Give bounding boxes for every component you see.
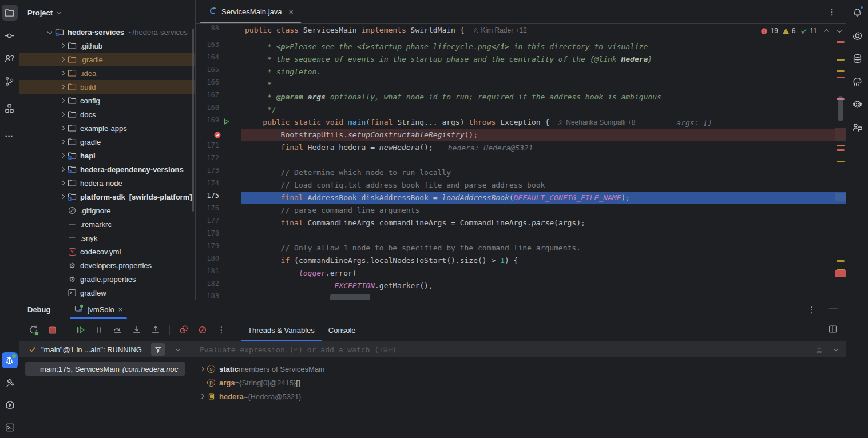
- code-text[interactable]: */: [241, 103, 846, 116]
- stripe-block-mark[interactable]: [835, 270, 846, 277]
- tree-chevron-icon[interactable]: [60, 181, 65, 185]
- code-line-178[interactable]: 178: [196, 229, 846, 242]
- code-area[interactable]: 163 * <p>Please see the <i>startup-phase…: [196, 38, 846, 299]
- code-line-183[interactable]: 183: [196, 292, 846, 300]
- code-text[interactable]: // Only allow 1 node to be specified by …: [241, 242, 846, 254]
- code-text[interactable]: * @param args optionally, what node id t…: [241, 91, 846, 103]
- debugger-tab-threads-variables[interactable]: Threads & Variables: [241, 319, 322, 341]
- editor-options-kebab-icon[interactable]: ⋮: [827, 7, 837, 17]
- close-tab-icon[interactable]: ×: [289, 7, 294, 17]
- tree-item-gradlew[interactable]: gradlew: [19, 286, 195, 300]
- gutter[interactable]: 168: [196, 103, 241, 116]
- tree-item-gradle-properties[interactable]: ⚙gradle.properties: [19, 272, 195, 286]
- code-line-88[interactable]: 88public class ServicesMain implements S…: [196, 24, 527, 37]
- code-line-169[interactable]: 169 public static void main(final String…: [196, 116, 846, 129]
- tree-chevron-icon[interactable]: [60, 153, 65, 158]
- debug-tool-button[interactable]: [2, 352, 18, 368]
- inspections-widget[interactable]: !19611: [760, 24, 841, 38]
- author-annotation[interactable]: Kim Rader +12: [473, 26, 527, 34]
- code-line-173[interactable]: 173 // Determine which node to run local…: [196, 166, 846, 179]
- tree-item-codecov-yml[interactable]: Ycodecov.yml: [19, 245, 195, 258]
- code-line-181[interactable]: 181 logger.error(: [196, 267, 846, 280]
- more-actions-kebab-icon[interactable]: ⋮: [215, 323, 228, 337]
- stripe-block-mark[interactable]: [835, 193, 846, 201]
- tree-item-platform-sdk[interactable]: platform-sdk[swirlds-platform]: [19, 190, 195, 204]
- services-tool-button[interactable]: [2, 397, 18, 413]
- code-text[interactable]: final AddressBook diskAddressBook = load…: [241, 192, 846, 204]
- tree-chevron-icon[interactable]: [60, 167, 65, 172]
- code-line-182[interactable]: 182 EXCEPTION.getMarker(),: [196, 280, 846, 292]
- evaluate-expand-chevron-icon[interactable]: [834, 346, 838, 351]
- notifications-tool-button[interactable]: [849, 5, 865, 21]
- thread-dropdown-chevron-icon[interactable]: [176, 347, 180, 351]
- structure-tool-button[interactable]: [2, 100, 18, 116]
- gutter[interactable]: 166: [196, 78, 241, 91]
- code-text[interactable]: * the sequence of events in the startup …: [241, 53, 846, 66]
- tree-chevron-icon[interactable]: [60, 43, 65, 48]
- gutter[interactable]: 167: [196, 91, 241, 103]
- tree-item--snyk[interactable]: .snyk: [19, 231, 195, 245]
- code-line-179[interactable]: 179 // Only allow 1 node to be specified…: [196, 242, 846, 254]
- more-tool-button[interactable]: …: [2, 125, 18, 141]
- stripe-mark[interactable]: [837, 70, 845, 72]
- tree-item--remarkrc[interactable]: .remarkrc: [19, 217, 195, 231]
- terminal-tool-button[interactable]: [2, 419, 18, 435]
- gutter[interactable]: [196, 129, 241, 141]
- filter-frames-button[interactable]: [151, 343, 165, 356]
- code-line-174[interactable]: 174 // Load config.txt address book file…: [196, 179, 846, 192]
- tree-chevron-icon[interactable]: [60, 140, 65, 144]
- code-line-172[interactable]: 172: [196, 154, 846, 166]
- expand-chevron-icon[interactable]: [200, 394, 204, 399]
- tree-item-hedera-dependency-versions[interactable]: hedera-dependency-versions: [19, 162, 195, 176]
- tab-servicesmain-java[interactable]: ServicesMain.java ×: [200, 0, 301, 23]
- run-main-icon[interactable]: [223, 118, 230, 127]
- close-session-icon[interactable]: ×: [118, 305, 123, 314]
- vcs-tool-button[interactable]: [2, 73, 18, 89]
- stripe-mark[interactable]: [837, 98, 845, 100]
- variable-row-static[interactable]: sstatic members of ServicesMain: [189, 362, 846, 376]
- ai-assistant-tool-button[interactable]: [849, 27, 865, 43]
- code-text[interactable]: EXCEPTION.getMarker(),: [241, 280, 846, 292]
- tree-item-example-apps[interactable]: example-apps: [19, 121, 195, 135]
- error-count[interactable]: !19: [760, 27, 778, 35]
- step-out-button[interactable]: [149, 323, 162, 337]
- hide-panel-icon[interactable]: —: [829, 302, 838, 313]
- error-stripe[interactable]: [835, 25, 846, 300]
- code-text[interactable]: [241, 292, 846, 300]
- tree-item--gradle[interactable]: .gradle: [19, 53, 195, 66]
- code-text[interactable]: final CommandLineArgs commandLineArgs = …: [241, 217, 846, 229]
- code-text[interactable]: // Determine which node to run locally: [241, 166, 846, 179]
- project-tool-button[interactable]: [2, 5, 18, 21]
- sticky-line[interactable]: 88public class ServicesMain implements S…: [196, 24, 846, 38]
- evaluate-expression-row[interactable]: Evaluate expression (⏎) or add a watch (…: [189, 341, 846, 357]
- stripe-mark[interactable]: [837, 77, 845, 78]
- code-text[interactable]: [241, 229, 846, 242]
- gutter[interactable]: 174: [196, 179, 241, 192]
- debug-session-tab[interactable]: jvmSolo ×: [70, 300, 127, 319]
- tree-item-hedera-node[interactable]: hedera-node: [19, 176, 195, 190]
- tree-chevron-icon[interactable]: [60, 85, 65, 89]
- tree-item-build[interactable]: build: [19, 80, 195, 94]
- tree-item--gitignore[interactable]: .gitignore: [19, 204, 195, 217]
- code-line-163[interactable]: 163 * <p>Please see the <i>startup-phase…: [196, 41, 846, 53]
- code-text[interactable]: *: [241, 78, 846, 91]
- code-text[interactable]: public class ServicesMain implements Swi…: [241, 24, 527, 37]
- author-annotation[interactable]: Neeharika Sompalli +8: [557, 118, 635, 126]
- step-into-button[interactable]: [130, 323, 144, 337]
- tree-item-config[interactable]: config: [19, 94, 195, 107]
- mute-breakpoints-button[interactable]: [196, 323, 209, 337]
- tree-item-gradle[interactable]: gradle: [19, 135, 195, 149]
- stripe-mark[interactable]: [837, 41, 845, 43]
- code-text[interactable]: logger.error(: [241, 267, 846, 280]
- stripe-block-mark[interactable]: [835, 128, 846, 141]
- layout-settings-icon[interactable]: [828, 324, 838, 336]
- code-line-166[interactable]: 166 *: [196, 78, 846, 91]
- gutter[interactable]: 164: [196, 53, 241, 66]
- code-line-168[interactable]: 168 */: [196, 103, 846, 116]
- gutter[interactable]: 163: [196, 41, 241, 53]
- tree-chevron-icon[interactable]: [60, 126, 65, 130]
- tree-scrollbar[interactable]: [192, 29, 194, 212]
- code-with-me-tool-button[interactable]: [849, 119, 865, 135]
- debug-options-kebab-icon[interactable]: ⋮: [807, 305, 816, 315]
- code-line-170[interactable]: BootstrapUtils.setupConstructableRegistr…: [196, 129, 846, 141]
